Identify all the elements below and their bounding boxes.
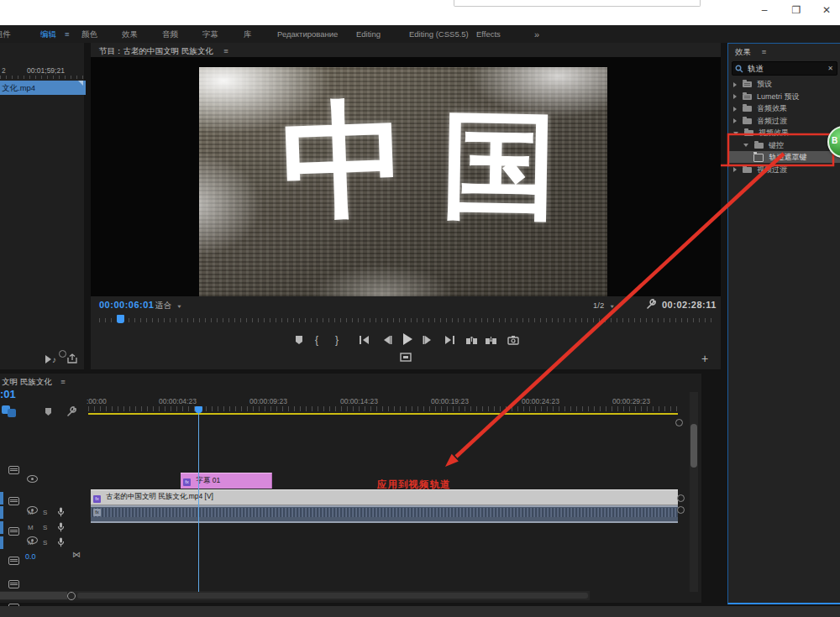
sync-lock-icon[interactable] xyxy=(8,497,19,505)
ruler-end-handle[interactable] xyxy=(675,419,683,426)
sync-lock-icon[interactable] xyxy=(8,580,19,588)
source-duration: 00:01;59;21 xyxy=(27,66,65,75)
timeline-playhead-line[interactable] xyxy=(198,408,199,592)
mic-icon[interactable] xyxy=(57,537,65,547)
sync-lock-icon[interactable] xyxy=(8,466,19,474)
workspace-tab-library[interactable]: 库 xyxy=(244,29,252,40)
export-media-icon[interactable] xyxy=(66,353,78,364)
mute-button[interactable]: M xyxy=(28,509,34,516)
timeline-ruler-ticks[interactable] xyxy=(88,406,678,411)
chevron-right-icon[interactable] xyxy=(733,118,737,123)
timeline-vscroll-handle[interactable] xyxy=(690,424,697,468)
hscroll-handle-bar[interactable] xyxy=(77,593,588,599)
program-panel-menu-icon[interactable]: ≡ xyxy=(223,46,228,55)
program-scrub-ruler[interactable] xyxy=(99,318,712,322)
timeline-panel-menu-icon[interactable]: ≡ xyxy=(60,377,66,386)
timeline-playhead-head[interactable] xyxy=(195,406,202,413)
tree-item-presets[interactable]: 预设 xyxy=(728,78,840,90)
fx-badge: fx xyxy=(183,478,191,486)
playback-resolution-dropdown[interactable]: 1/2▼ xyxy=(593,301,615,310)
timeline-marker-icon[interactable] xyxy=(44,407,53,416)
chevron-down-icon[interactable] xyxy=(743,144,748,147)
go-to-out-icon[interactable] xyxy=(444,335,455,345)
effects-search-input[interactable]: 轨道 ✕ xyxy=(732,61,837,76)
workspace-overflow-icon[interactable]: » xyxy=(534,29,539,39)
sync-lock-icon[interactable] xyxy=(8,527,19,536)
chevron-right-icon[interactable] xyxy=(733,107,737,112)
workspace-tab-captions[interactable]: 字幕 xyxy=(202,29,218,40)
export-frame-camera-icon[interactable] xyxy=(507,335,519,345)
tree-item-video-transitions[interactable]: 视频过渡 xyxy=(728,164,840,175)
comparison-view-icon[interactable] xyxy=(400,353,412,362)
tree-item-lumetri-presets[interactable]: Lumetri 预设 xyxy=(728,91,840,102)
track-target-a1[interactable] xyxy=(0,506,3,519)
chevron-down-icon[interactable] xyxy=(733,132,738,135)
tree-item-audio-transitions[interactable]: 音频过渡 xyxy=(728,115,840,127)
mute-button[interactable]: M xyxy=(28,524,34,531)
video-clip-v1[interactable]: fx 古老的中国文明 民族文化.mp4 [V] xyxy=(91,489,678,505)
button-editor-plus-icon[interactable]: + xyxy=(701,352,708,365)
workspace-menu-icon[interactable]: ≡ xyxy=(65,29,70,39)
source-selected-clip[interactable]: 文化.mp4 xyxy=(0,81,86,95)
step-back-icon[interactable] xyxy=(382,335,392,345)
window-titlebar xyxy=(0,0,840,25)
workspace-tab-editing-cn[interactable]: 编辑 xyxy=(40,29,56,40)
chevron-right-icon[interactable] xyxy=(733,94,737,99)
solo-button[interactable]: S xyxy=(43,524,47,531)
tree-item-video-effects[interactable]: 视频效果 xyxy=(728,127,840,139)
workspace-tab-audio[interactable]: 音频 xyxy=(162,29,178,40)
mark-in-icon[interactable]: { xyxy=(315,334,318,346)
workspace-tab-effects-cn[interactable]: 效果 xyxy=(122,29,138,40)
timeline-settings-wrench-icon[interactable] xyxy=(66,406,76,417)
program-current-timecode[interactable]: 00:00:06:01 xyxy=(99,300,154,310)
track-target-a2[interactable] xyxy=(0,521,3,534)
lift-icon[interactable] xyxy=(465,335,478,345)
fit-dropdown[interactable]: 适合▼ xyxy=(155,301,182,311)
workspace-tab-editing-cs55[interactable]: Editing (CSS5.5) xyxy=(409,29,469,39)
mark-out-icon[interactable]: } xyxy=(335,334,339,346)
snap-toggle-icon[interactable] xyxy=(8,409,16,417)
tree-item-audio-effects[interactable]: 音频效果 xyxy=(728,102,840,114)
fit-sequence-icon[interactable]: ⋈ xyxy=(72,550,81,559)
chevron-right-icon[interactable] xyxy=(733,167,737,172)
sync-lock-icon[interactable] xyxy=(8,557,19,565)
clip-scroll-handle[interactable] xyxy=(677,494,685,502)
mic-icon[interactable] xyxy=(57,507,65,517)
program-playhead-marker[interactable] xyxy=(117,315,124,323)
track-target-a3[interactable] xyxy=(0,536,3,549)
window-minimize-button[interactable]: – xyxy=(753,3,775,18)
extract-icon[interactable] xyxy=(485,335,497,345)
clip-scroll-handle[interactable] xyxy=(677,506,685,514)
workspace-tab-color[interactable]: 颜色 xyxy=(81,29,97,40)
audio-clip-a1[interactable]: fx xyxy=(91,505,678,523)
clear-search-icon[interactable]: ✕ xyxy=(827,62,833,75)
timeline-vscrollbar[interactable] xyxy=(690,392,698,592)
solo-button[interactable]: S xyxy=(43,539,47,546)
tree-item-keying[interactable]: 键控 xyxy=(728,139,840,151)
settings-wrench-icon[interactable] xyxy=(645,299,656,310)
window-restore-button[interactable]: ❐ xyxy=(785,3,807,18)
go-to-in-icon[interactable] xyxy=(359,335,370,345)
play-audio-icon[interactable]: ♪ xyxy=(45,354,60,364)
effects-panel-menu-icon[interactable]: ≡ xyxy=(762,47,767,56)
source-option-dot[interactable] xyxy=(59,350,66,358)
window-close-button[interactable]: ✕ xyxy=(816,3,837,18)
hscroll-handle-knob[interactable] xyxy=(67,592,76,600)
workspace-tab-effects-en[interactable]: Effects xyxy=(476,29,501,39)
mute-button[interactable]: M xyxy=(28,539,34,546)
chevron-right-icon[interactable] xyxy=(733,82,737,87)
timeline-timecode[interactable]: :01 xyxy=(0,388,16,400)
track-target-v1[interactable] xyxy=(0,492,3,505)
workspace-tab-editing[interactable]: Editing xyxy=(356,29,381,39)
play-button-icon[interactable] xyxy=(401,332,414,346)
tree-item-track-matte-key[interactable]: 轨道遮罩键 xyxy=(728,151,840,163)
step-forward-icon[interactable] xyxy=(423,335,433,345)
solo-button[interactable]: S xyxy=(43,509,47,516)
add-marker-icon[interactable] xyxy=(294,335,304,345)
work-area-bar[interactable] xyxy=(88,413,678,415)
mic-icon[interactable] xyxy=(57,522,65,532)
caption-clip[interactable]: fx 字幕 01 xyxy=(181,473,272,489)
workspace-tab-redaktirovanie[interactable]: Редактирование xyxy=(277,29,338,39)
workspace-tab-assembly[interactable]: 组件 xyxy=(0,29,11,40)
track-output-eye-icon[interactable] xyxy=(27,475,38,483)
